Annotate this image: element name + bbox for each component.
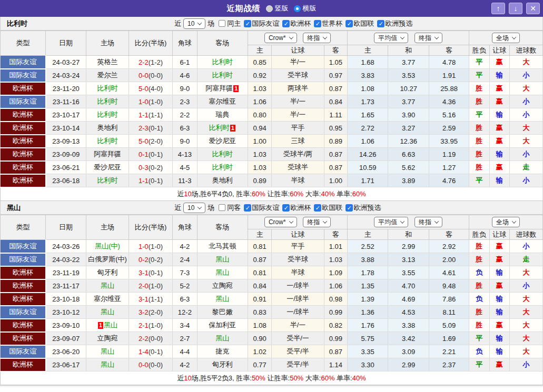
scope-select[interactable]: 全场 [492, 217, 520, 227]
odds-source-select[interactable]: Crow* [264, 33, 297, 43]
checkbox-checked-icon[interactable]: ✓ [345, 204, 353, 212]
final-odds-select[interactable]: 终指 [303, 217, 331, 227]
match-date: 23-11-20 [46, 82, 86, 95]
league-filter-item[interactable]: ✓国际友谊 [241, 19, 279, 28]
match-score: 5-0(2-0) [129, 135, 173, 148]
match-date: 23-06-20 [46, 345, 86, 358]
team-name-text: 比利时 [212, 71, 233, 79]
radio-unselected-icon[interactable] [266, 5, 273, 12]
result-wdl: 胜 [469, 240, 489, 253]
halftime-score: (4-0) [149, 85, 163, 93]
result-handicap: 赢 [489, 135, 509, 148]
summary-handicap-rate: 60% [290, 190, 303, 198]
average-select[interactable]: 平均值 [374, 217, 408, 227]
checkbox-checked-icon[interactable]: ✓ [314, 20, 321, 27]
type-badge: 欧洲杯 [1, 319, 46, 332]
fulltime-score: 0-2 [139, 256, 149, 264]
checkbox-checked-icon[interactable]: ✓ [282, 204, 290, 212]
league-filter-item[interactable]: ✓欧洲预选 [374, 19, 412, 28]
same-side-checkbox[interactable] [219, 204, 225, 211]
league-label: 欧洲杯 [290, 19, 311, 28]
result-handicap: 输 [489, 108, 509, 122]
corner-score: 2-4 [173, 253, 198, 266]
result-wdl: 负 [469, 345, 489, 358]
league-label: 欧洲预选 [353, 203, 381, 213]
avg-draw-odds: 5.62 [388, 161, 429, 174]
home-odds: 0.81 [248, 266, 272, 279]
corner-score: 4-2 [173, 240, 198, 253]
summary-text: 近 [177, 374, 184, 382]
col-header-odds-handicap: 让球 [272, 229, 324, 240]
result-goals: 小 [510, 95, 543, 108]
chevron-down-icon [198, 21, 202, 25]
avg-away-odds: 1.27 [429, 161, 469, 174]
result-handicap: 输 [489, 266, 509, 279]
close-button[interactable]: ✕ [526, 3, 540, 14]
avg-home-odds: 14.26 [348, 148, 388, 161]
result-handicap: 赢 [489, 240, 509, 253]
same-side-checkbox[interactable] [219, 20, 225, 27]
result-goals: 小 [510, 148, 543, 161]
scroll-down-button[interactable]: ↓ [509, 3, 522, 14]
avg-home-odds: 1.68 [348, 56, 388, 69]
avg-away-odds: 2.59 [429, 122, 469, 135]
checkbox-checked-icon[interactable]: ✓ [282, 20, 290, 27]
league-filter-item[interactable]: ✓欧国联 [311, 203, 342, 213]
avg-draw-odds: 3.77 [388, 95, 429, 108]
home-team: 奥地利 [86, 122, 129, 135]
away-team: 瑞典 [197, 108, 248, 122]
match-row: 欧洲杯23-06-18比利时1-1(0-1)11-3奥地利0.89半球1.001… [1, 174, 543, 187]
result-wdl: 胜 [469, 319, 489, 332]
corner-score: 11-3 [173, 174, 198, 187]
type-badge: 国际友谊 [1, 95, 46, 108]
average-group-header: 平均值 终指 [348, 31, 469, 45]
league-filter-item[interactable]: ✓世界杯 [311, 19, 342, 28]
checkbox-checked-icon[interactable]: ✓ [314, 204, 321, 212]
summary-games: 10 [184, 374, 191, 382]
scroll-up-button[interactable]: ↑ [491, 3, 505, 14]
layout-radio-horizontal[interactable]: 横版 [294, 4, 317, 13]
result-wdl: 平 [469, 332, 489, 345]
same-side-label: 同客 [227, 203, 241, 213]
checkbox-checked-icon[interactable]: ✓ [377, 20, 384, 27]
recent-count-select[interactable]: 10 [183, 203, 205, 213]
final-odds-select-2[interactable]: 终指 [414, 217, 442, 227]
col-header-home: 主场 [86, 31, 129, 56]
recent-count-select[interactable]: 10 [183, 18, 205, 29]
home-odds: 0.84 [248, 279, 272, 293]
team-name-text: 爱沙尼亚 [209, 137, 236, 145]
home-team: 阿塞拜疆 [86, 148, 129, 161]
handicap-line: 平手 [272, 122, 324, 135]
league-filter-item[interactable]: ✓欧洲预选 [342, 203, 381, 213]
summary-text: 让胜率: [265, 374, 290, 382]
league-filter-item[interactable]: ✓欧洲杯 [279, 19, 311, 28]
average-select[interactable]: 平均值 [374, 33, 408, 43]
league-filter-item[interactable]: ✓欧洲杯 [279, 203, 311, 213]
checkbox-checked-icon[interactable]: ✓ [244, 204, 251, 212]
league-filter-item[interactable]: ✓国际友谊 [241, 203, 279, 213]
handicap-line: 一/球半 [272, 293, 324, 306]
result-wdl: 胜 [469, 253, 489, 266]
result-wdl: 胜 [469, 306, 489, 319]
scope-select[interactable]: 全场 [492, 33, 520, 43]
odds-source-select[interactable]: Crow* [264, 217, 297, 227]
checkbox-checked-icon[interactable]: ✓ [244, 20, 251, 27]
team-name-text: 捷克 [215, 347, 229, 355]
handicap-line: 受半球 [272, 69, 324, 82]
checkbox-checked-icon[interactable]: ✓ [345, 20, 353, 27]
chevron-down-icon [289, 35, 293, 39]
result-handicap: 输 [489, 174, 509, 187]
away-team: 比利时 [197, 148, 248, 161]
radio-selected-icon[interactable] [294, 5, 301, 12]
halftime-score: (0-1) [149, 348, 163, 356]
type-badge: 国际友谊 [1, 240, 46, 253]
avg-draw-odds: 4.69 [388, 293, 429, 306]
avg-draw-odds: 3.42 [388, 332, 429, 345]
layout-radio-vertical[interactable]: 竖版 [266, 4, 289, 13]
final-odds-select[interactable]: 终指 [303, 33, 331, 43]
odds-group-header: Crow* 终指 [248, 215, 347, 229]
halftime-score: (0-1) [149, 124, 163, 132]
league-filter-item[interactable]: ✓欧国联 [342, 19, 374, 28]
final-odds-select-2[interactable]: 终指 [414, 33, 442, 43]
match-date: 23-09-09 [46, 148, 86, 161]
